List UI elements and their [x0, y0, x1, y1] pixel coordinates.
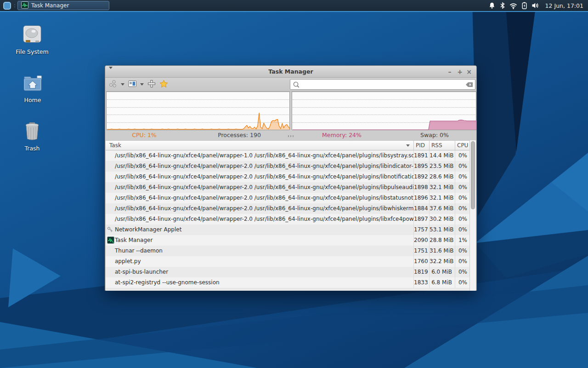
- panel-grip-handle[interactable]: [14, 2, 16, 9]
- desktop-icon-label: Trash: [10, 145, 54, 152]
- volume-icon[interactable]: [531, 2, 539, 9]
- table-row[interactable]: at-spi2-registryd --use-gnome-session183…: [106, 277, 470, 288]
- search-input[interactable]: [301, 81, 463, 88]
- maximize-button[interactable]: +: [455, 67, 464, 76]
- process-rss: 37.6 MiB: [430, 203, 455, 214]
- process-name: /usr/lib/x86_64-linux-gnu/xfce4/panel/wr…: [106, 203, 414, 214]
- clock[interactable]: 12 Jun, 17:01: [543, 2, 583, 9]
- process-rss: 32.1 MiB: [430, 182, 455, 193]
- process-cpu: 0%: [455, 224, 469, 235]
- process-rss: 32.2 MiB: [430, 256, 455, 267]
- desktop-icon-trash[interactable]: Trash: [10, 121, 54, 152]
- process-rss: 6.8 MiB: [430, 277, 455, 288]
- clear-search-icon[interactable]: [463, 81, 475, 88]
- bluetooth-icon[interactable]: [500, 2, 505, 9]
- cpu-sparkline: [107, 92, 290, 130]
- process-pid: 1884: [414, 203, 430, 214]
- process-cpu: 0%: [455, 193, 469, 203]
- desktop-icon-label: Home: [11, 97, 55, 104]
- notifications-bell-icon[interactable]: [488, 2, 496, 9]
- table-row[interactable]: /usr/lib/x86_64-linux-gnu/xfce4/panel/wr…: [106, 182, 470, 193]
- process-cpu: 0%: [455, 246, 469, 256]
- column-header-pid[interactable]: PID: [414, 141, 430, 150]
- identify-window-icon: [147, 80, 156, 90]
- process-pid: 1891: [414, 150, 430, 161]
- columns-view-dropdown[interactable]: [138, 79, 146, 90]
- table-row[interactable]: Task Manager209028.8 MiB1%: [106, 235, 470, 246]
- process-name: /usr/lib/x86_64-linux-gnu/xfce4/panel/wr…: [106, 193, 414, 203]
- applications-menu-button[interactable]: [0, 0, 14, 11]
- process-rss: 53.1 MiB: [430, 224, 455, 235]
- table-row[interactable]: applet.py176032.2 MiB0%: [106, 256, 470, 267]
- process-filter-dropdown[interactable]: [119, 79, 126, 90]
- table-row[interactable]: /usr/lib/x86_64-linux-gnu/xfce4/panel/wr…: [106, 172, 470, 182]
- table-row[interactable]: /usr/lib/x86_64-linux-gnu/xfce4/panel/wr…: [106, 161, 470, 172]
- process-rss: 32.1 MiB: [430, 193, 455, 203]
- table-row-clipped[interactable]: [106, 288, 470, 291]
- process-table: /usr/lib/x86_64-linux-gnu/xfce4/panel/wr…: [106, 150, 470, 291]
- cpu-usage-graph: [106, 92, 290, 130]
- memory-usage-graph: [292, 92, 476, 130]
- process-pid: 1760: [414, 256, 430, 267]
- process-cpu: 0%: [455, 150, 469, 161]
- table-row[interactable]: at-spi-bus-launcher18196.0 MiB0%: [106, 267, 470, 277]
- process-name: Thunar --daemon: [106, 246, 414, 256]
- pane-resize-handle[interactable]: [288, 135, 294, 137]
- identify-window-button[interactable]: [146, 79, 158, 90]
- process-name: /usr/lib/x86_64-linux-gnu/xfce4/panel/wr…: [106, 161, 414, 172]
- wifi-icon[interactable]: [509, 2, 517, 9]
- process-cpu: 0%: [455, 267, 469, 277]
- process-name: Task Manager: [106, 235, 414, 246]
- table-row[interactable]: /usr/lib/x86_64-linux-gnu/xfce4/panel/wr…: [106, 150, 470, 161]
- chevron-down-icon: [121, 83, 124, 86]
- column-header-task[interactable]: Task: [106, 141, 414, 150]
- process-pid: 1819: [414, 267, 430, 277]
- system-tray: 12 Jun, 17:01: [488, 2, 588, 9]
- process-name: applet.py: [106, 256, 414, 267]
- taskbar-window-button-label: Task Manager: [31, 2, 69, 9]
- desktop-icon-label: File System: [10, 48, 54, 55]
- battery-icon[interactable]: [521, 2, 527, 9]
- search-field[interactable]: [290, 79, 475, 90]
- table-row[interactable]: NetworkManager Applet175753.1 MiB0%: [106, 224, 470, 235]
- process-name: /usr/lib/x86_64-linux-gnu/xfce4/panel/wr…: [106, 214, 414, 224]
- table-row[interactable]: Thunar --daemon175131.6 MiB0%: [106, 246, 470, 256]
- process-name: /usr/lib/x86_64-linux-gnu/xfce4/panel/wr…: [106, 182, 414, 193]
- table-row[interactable]: /usr/lib/x86_64-linux-gnu/xfce4/panel/wr…: [106, 203, 470, 214]
- process-rss: 23.5 MiB: [430, 161, 455, 172]
- process-name: /usr/lib/x86_64-linux-gnu/xfce4/panel/wr…: [106, 172, 414, 182]
- process-cpu: 0%: [455, 214, 469, 224]
- taskbar-window-button[interactable]: Task Manager: [17, 1, 109, 10]
- table-row[interactable]: /usr/lib/x86_64-linux-gnu/xfce4/panel/wr…: [106, 193, 470, 203]
- process-pid: 2090: [414, 235, 430, 246]
- process-name: at-spi-bus-launcher: [106, 267, 414, 277]
- table-row[interactable]: /usr/lib/x86_64-linux-gnu/xfce4/panel/wr…: [106, 214, 470, 224]
- close-button[interactable]: ×: [464, 67, 474, 76]
- column-header-rss[interactable]: RSS: [430, 141, 455, 150]
- process-cpu: 1%: [455, 235, 469, 246]
- vertical-scrollbar[interactable]: [469, 140, 476, 291]
- window-titlebar[interactable]: Task Manager – + ×: [105, 66, 476, 78]
- desktop-icon-file-system[interactable]: File System: [10, 24, 54, 55]
- minimize-button[interactable]: –: [445, 67, 454, 76]
- process-pid: 1895: [414, 161, 430, 172]
- process-filter-icon: [109, 80, 117, 90]
- process-pid: 1833: [414, 277, 430, 288]
- process-pid: 1751: [414, 246, 430, 256]
- favorites-button[interactable]: [158, 79, 170, 90]
- chevron-down-icon: [140, 83, 144, 86]
- process-cpu: 0%: [455, 203, 469, 214]
- process-pid: 1757: [414, 224, 430, 235]
- column-header-cpu[interactable]: CPU: [455, 141, 469, 150]
- memory-usage-label: Memory: 24%: [322, 132, 362, 138]
- columns-view-icon: [128, 80, 137, 89]
- columns-view-button[interactable]: [126, 79, 138, 90]
- process-name: at-spi2-registryd --use-gnome-session: [106, 277, 414, 288]
- scrollbar-thumb[interactable]: [471, 141, 475, 209]
- key-icon: [107, 226, 114, 233]
- process-filter-button[interactable]: [107, 79, 119, 90]
- process-rss: 28.8 MiB: [430, 235, 455, 246]
- swap-usage-label: Swap: 0%: [420, 132, 449, 138]
- desktop-icon-home[interactable]: Home: [11, 72, 55, 104]
- process-rss: 6.0 MiB: [430, 267, 455, 277]
